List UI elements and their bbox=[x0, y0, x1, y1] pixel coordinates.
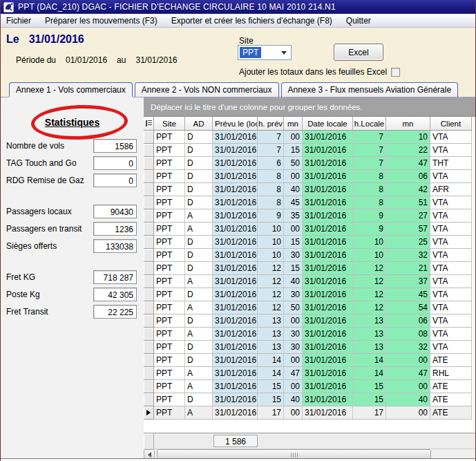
grid-cell[interactable]: VTA bbox=[430, 328, 472, 341]
grid-cell[interactable]: 15 bbox=[284, 262, 303, 275]
grid-cell[interactable]: 57 bbox=[386, 223, 430, 236]
grid-cell[interactable]: 31/01/2016 bbox=[213, 131, 258, 144]
table-row[interactable]: PPTA31/01/2016144731/01/20161447RHL bbox=[144, 367, 476, 380]
grid-cell[interactable]: 12 bbox=[258, 301, 284, 314]
grid-cell[interactable]: 31/01/2016 bbox=[213, 406, 258, 420]
grid-corner-cell[interactable] bbox=[144, 117, 154, 131]
table-row[interactable]: PPTD31/01/201684531/01/2016851VTA bbox=[144, 196, 476, 209]
menu-item-2[interactable]: Exporter et créer les fichiers d'échange… bbox=[164, 15, 339, 27]
table-row[interactable]: PPTD31/01/201684031/01/2016842AFR bbox=[144, 183, 476, 196]
grid-cell[interactable]: 15 bbox=[258, 393, 284, 406]
grid-cell[interactable]: 00 bbox=[284, 314, 303, 328]
grid-cell[interactable]: VTA bbox=[430, 341, 472, 354]
column-header-5[interactable]: Date locale bbox=[303, 117, 353, 131]
table-row[interactable]: PPTD31/01/2016123031/01/20161245VTA bbox=[144, 288, 476, 301]
row-indicator[interactable] bbox=[144, 367, 154, 380]
grid-cell[interactable]: 7 bbox=[258, 131, 284, 144]
grid-cell[interactable]: 00 bbox=[386, 380, 430, 393]
grid-cell[interactable]: 31/01/2016 bbox=[213, 393, 258, 406]
grid-cell[interactable]: 31/01/2016 bbox=[213, 170, 258, 183]
grid-cell[interactable]: VTA bbox=[430, 170, 472, 183]
column-header-6[interactable]: h.Locale bbox=[353, 117, 386, 131]
table-row[interactable]: PPTA31/01/2016150031/01/20161500ATE bbox=[144, 380, 476, 393]
grid-cell[interactable]: 12 bbox=[353, 288, 386, 301]
grid-cell[interactable]: THT bbox=[430, 157, 472, 170]
grid-cell[interactable]: 31/01/2016 bbox=[213, 223, 258, 236]
grid-cell[interactable]: 45 bbox=[386, 288, 430, 301]
grid-cell[interactable]: VTA bbox=[430, 275, 472, 288]
stat-value-field[interactable]: 0 bbox=[93, 173, 137, 187]
row-indicator[interactable] bbox=[144, 183, 154, 196]
grid-cell[interactable]: 40 bbox=[386, 393, 430, 406]
grid-cell[interactable]: 40 bbox=[284, 183, 303, 196]
grid-cell[interactable]: VTA bbox=[430, 209, 472, 223]
grid-cell[interactable]: D bbox=[185, 144, 213, 157]
table-row[interactable]: PPTA31/01/2016124031/01/20161237VTA bbox=[144, 275, 476, 288]
grid-cell[interactable]: 15 bbox=[353, 393, 386, 406]
grid-cell[interactable]: D bbox=[185, 196, 213, 209]
grid-cell[interactable]: 31/01/2016 bbox=[303, 354, 353, 367]
grid-cell[interactable]: 31/01/2016 bbox=[213, 183, 258, 196]
table-row[interactable]: PPTD31/01/2016133031/01/20161332VTA bbox=[144, 341, 476, 354]
horizontal-scrollbar[interactable] bbox=[144, 449, 476, 459]
grid-cell[interactable]: 7 bbox=[258, 144, 284, 157]
tab-annexe-1[interactable]: Annexe 1 - Vols commerciaux bbox=[9, 82, 133, 97]
grid-cell[interactable]: 31/01/2016 bbox=[213, 314, 258, 328]
grid-cell[interactable]: A bbox=[185, 328, 213, 341]
stat-value-field[interactable]: 90430 bbox=[93, 205, 137, 218]
row-indicator[interactable] bbox=[144, 354, 154, 367]
grid-cell[interactable]: 9 bbox=[353, 223, 386, 236]
grid-cell[interactable]: 42 bbox=[386, 183, 430, 196]
grid-cell[interactable]: 8 bbox=[258, 196, 284, 209]
column-header-4[interactable]: mn bbox=[284, 117, 303, 131]
grid-cell[interactable]: 31/01/2016 bbox=[213, 262, 258, 275]
grid-cell[interactable]: D bbox=[185, 314, 213, 328]
grid-cell[interactable]: PPT bbox=[154, 249, 185, 262]
grid-cell[interactable]: 50 bbox=[284, 157, 303, 170]
grid-cell[interactable]: PPT bbox=[154, 406, 185, 420]
grid-cell[interactable]: PPT bbox=[154, 144, 185, 157]
grid-cell[interactable]: 13 bbox=[258, 328, 284, 341]
grid-cell[interactable]: D bbox=[185, 183, 213, 196]
column-header-0[interactable]: Site bbox=[154, 117, 185, 131]
menu-item-3[interactable]: Quitter bbox=[339, 15, 378, 27]
row-indicator[interactable] bbox=[144, 314, 154, 328]
grid-cell[interactable]: 31/01/2016 bbox=[213, 157, 258, 170]
grid-cell[interactable]: PPT bbox=[154, 157, 185, 170]
grid-cell[interactable]: PPT bbox=[154, 131, 185, 144]
row-indicator[interactable] bbox=[144, 131, 154, 144]
grid-cell[interactable]: 10 bbox=[353, 236, 386, 249]
grid-cell[interactable]: 15 bbox=[353, 380, 386, 393]
chevron-down-icon[interactable] bbox=[281, 51, 287, 55]
grid-cell[interactable]: 12 bbox=[258, 288, 284, 301]
grid-cell[interactable]: AFR bbox=[430, 183, 472, 196]
grid-cell[interactable]: A bbox=[185, 380, 213, 393]
grid-cell[interactable]: 21 bbox=[386, 262, 430, 275]
grid-cell[interactable]: 40 bbox=[284, 393, 303, 406]
grid-cell[interactable]: 51 bbox=[386, 196, 430, 209]
grid-cell[interactable]: VTA bbox=[430, 196, 472, 209]
grid-cell[interactable]: D bbox=[185, 341, 213, 354]
grid-cell[interactable]: 7 bbox=[353, 157, 386, 170]
grid-cell[interactable]: 13 bbox=[258, 314, 284, 328]
row-indicator[interactable] bbox=[144, 157, 154, 170]
grid-cell[interactable]: 47 bbox=[386, 157, 430, 170]
grid-cell[interactable]: 31/01/2016 bbox=[213, 275, 258, 288]
row-indicator[interactable] bbox=[144, 209, 154, 223]
row-indicator[interactable] bbox=[144, 144, 154, 157]
grid-cell[interactable]: 31/01/2016 bbox=[303, 275, 353, 288]
row-indicator[interactable] bbox=[144, 196, 154, 209]
grid-cell[interactable]: 31/01/2016 bbox=[303, 301, 353, 314]
grid-cell[interactable]: PPT bbox=[154, 196, 185, 209]
grid-cell[interactable]: D bbox=[185, 354, 213, 367]
grid-cell[interactable]: 10 bbox=[353, 249, 386, 262]
grid-cell[interactable]: PPT bbox=[154, 183, 185, 196]
grid-cell[interactable]: 6 bbox=[258, 157, 284, 170]
grid-cell[interactable]: A bbox=[185, 367, 213, 380]
grid-cell[interactable]: PPT bbox=[154, 393, 185, 406]
table-row[interactable]: PPTD31/01/201680031/01/2016806VTA bbox=[144, 170, 476, 183]
grid-cell[interactable]: 9 bbox=[353, 209, 386, 223]
row-indicator[interactable] bbox=[144, 328, 154, 341]
stat-value-field[interactable]: 22 225 bbox=[93, 305, 137, 319]
grid-cell[interactable]: 30 bbox=[284, 288, 303, 301]
